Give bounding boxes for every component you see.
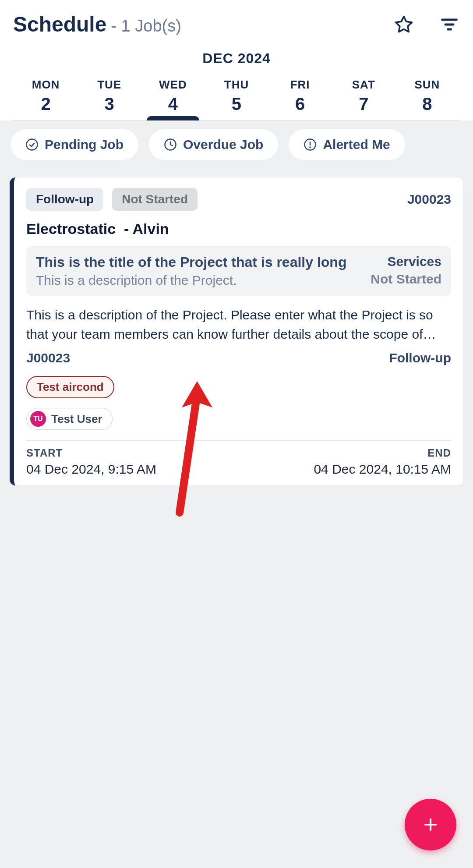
filter-icon <box>440 15 459 34</box>
project-description: This is a description of the Project. Pl… <box>26 305 451 344</box>
day-mon[interactable]: MON 2 <box>14 74 78 120</box>
add-button[interactable] <box>405 799 456 850</box>
badge-job-status: Not Started <box>112 188 198 211</box>
week-row: MON 2 TUE 3 WED 4 THU 5 FRI 6 SAT 7 SUN … <box>13 74 460 120</box>
clock-icon <box>164 138 177 151</box>
plus-icon <box>421 815 440 834</box>
favorite-button[interactable] <box>393 14 414 35</box>
alert-circle-icon <box>304 138 317 151</box>
header: Schedule - 1 Job(s) DEC 2024 MON 2 TUE 3… <box>0 0 473 120</box>
filter-pending[interactable]: Pending Job <box>11 129 138 160</box>
day-wed[interactable]: WED 4 <box>141 74 205 120</box>
project-service: Services <box>371 254 441 269</box>
filter-overdue[interactable]: Overdue Job <box>149 129 278 160</box>
check-circle-icon <box>25 138 39 151</box>
job-tag: Test aircond <box>26 376 114 398</box>
divider <box>26 440 451 441</box>
job-type-bottom: Follow-up <box>389 351 451 365</box>
job-id: J00023 <box>407 192 451 207</box>
page-title-wrap: Schedule - 1 Job(s) <box>13 12 181 36</box>
project-short-desc: This is a description of the Project. <box>36 273 362 288</box>
day-tue[interactable]: TUE 3 <box>78 74 141 120</box>
star-icon <box>394 15 413 34</box>
end-time-block: END 04 Dec 2024, 10:15 AM <box>314 447 451 477</box>
page-title: Schedule <box>13 12 106 36</box>
assigned-user: TU Test User <box>26 408 113 430</box>
filter-chip-bar: Pending Job Overdue Job Alerted Me <box>0 120 473 169</box>
svg-point-8 <box>310 147 311 148</box>
month-label: DEC 2024 <box>13 45 460 74</box>
job-id-bottom: J00023 <box>26 351 70 365</box>
filter-button[interactable] <box>439 14 460 35</box>
svg-point-4 <box>27 139 38 150</box>
avatar: TU <box>30 411 46 427</box>
project-summary: This is the title of the Project that is… <box>26 246 451 296</box>
user-name: Test User <box>51 412 102 426</box>
start-time-block: START 04 Dec 2024, 9:15 AM <box>26 447 156 477</box>
badge-job-type: Follow-up <box>26 188 103 211</box>
day-fri[interactable]: FRI 6 <box>268 74 332 120</box>
svg-marker-0 <box>396 16 412 32</box>
job-card[interactable]: Follow-up Not Started J00023 Electrostat… <box>10 177 463 485</box>
page-subtitle: - 1 Job(s) <box>111 17 181 35</box>
day-thu[interactable]: THU 5 <box>205 74 268 120</box>
day-sun[interactable]: SUN 8 <box>395 74 459 120</box>
filter-alerted[interactable]: Alerted Me <box>289 129 405 160</box>
project-title: This is the title of the Project that is… <box>36 254 362 270</box>
customer-line: Electrostatic - Alvin <box>26 220 451 237</box>
project-status: Not Started <box>371 272 441 287</box>
day-sat[interactable]: SAT 7 <box>332 74 395 120</box>
